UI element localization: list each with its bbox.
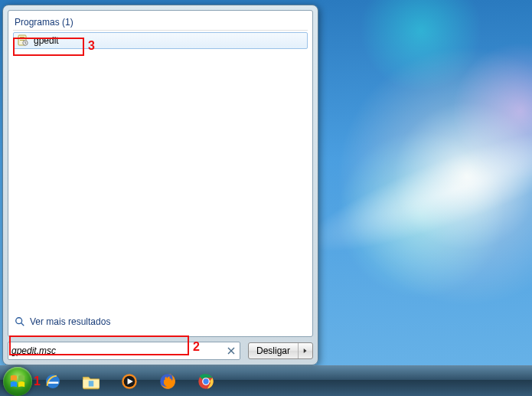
shutdown-label: Desligar [256,345,290,356]
search-results-area: Programas (1) gpedit Ver mais resultados [8,10,313,337]
start-button[interactable] [3,367,32,396]
svg-rect-1 [20,37,24,38]
firefox-icon[interactable] [150,369,185,394]
shutdown-button[interactable]: Desligar [249,343,299,358]
start-search-input[interactable] [11,345,226,356]
firefox-logo-icon [158,371,178,391]
shutdown-button-group: Desligar [248,342,313,359]
search-result-gpedit[interactable]: gpedit [13,32,308,49]
start-search-box[interactable] [8,342,240,360]
windows-logo-icon [9,373,26,390]
svg-line-6 [21,323,24,326]
results-category-header: Programas (1) [13,17,308,31]
file-explorer-icon[interactable] [73,369,109,394]
internet-explorer-icon[interactable] [35,369,70,394]
see-more-results-link[interactable]: Ver mais resultados [13,313,308,332]
chevron-right-icon [303,348,308,354]
taskbar [0,365,532,396]
svg-rect-2 [20,38,24,39]
search-icon [15,316,25,327]
folder-icon [81,371,101,391]
windows-media-player-icon[interactable] [112,369,147,394]
search-result-label: gpedit [34,35,59,46]
shutdown-options-button[interactable] [299,343,312,358]
clear-search-icon[interactable] [226,345,237,356]
chrome-icon[interactable] [188,369,224,394]
start-menu-bottom-row: Desligar [8,337,313,360]
start-menu: Programas (1) gpedit Ver mais resultados [2,5,318,365]
policy-icon [17,34,29,47]
chrome-logo-icon [196,371,216,391]
svg-point-17 [203,378,208,384]
see-more-results-label: Ver mais resultados [30,316,110,327]
media-player-icon [119,371,139,391]
svg-rect-11 [89,381,94,386]
svg-point-5 [16,318,22,324]
ie-icon [43,371,63,391]
